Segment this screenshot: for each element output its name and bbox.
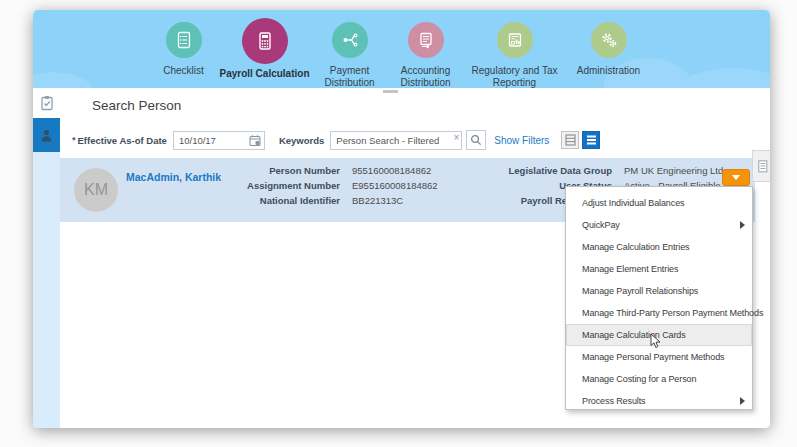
person-icon (39, 128, 54, 143)
nav-label: Regulatory and Tax Reporting (465, 65, 565, 88)
required-marker: * (72, 135, 76, 145)
menu-item-manage-calculation-entries[interactable]: Manage Calculation Entries (566, 236, 752, 258)
menu-item-manage-personal-payment-methods[interactable]: Manage Personal Payment Methods (566, 346, 752, 368)
menu-item-manage-payroll-relationships[interactable]: Manage Payroll Relationships (566, 280, 752, 302)
list-view-toggle[interactable] (582, 131, 600, 149)
side-panel-button[interactable] (752, 150, 770, 182)
accounting-distribution-icon (408, 22, 444, 58)
keywords-wrap: × (330, 130, 462, 150)
field-value: PM UK Engineering Ltd (624, 165, 723, 177)
nav-item-checklist[interactable]: Checklist (151, 20, 217, 77)
menu-item-label: Manage Costing for a Person (582, 374, 696, 384)
field-value: BB221313C (352, 195, 403, 207)
menu-item-process-results[interactable]: Process Results (566, 390, 752, 412)
person-left-fields: Person Number955160008184862 Assignment … (190, 165, 438, 210)
nav-item-accounting-distribution[interactable]: Accounting Distribution (387, 20, 465, 88)
table-view-icon (565, 134, 576, 146)
field-value: E955160008184862 (352, 180, 438, 192)
field-value: 955160008184862 (352, 165, 431, 177)
menu-item-manage-calculation-cards[interactable]: Manage Calculation Cards (566, 324, 752, 346)
regulatory-report-icon (497, 22, 533, 58)
nav-label: Payment Distribution (313, 65, 387, 88)
sidebar-item-person-search[interactable] (33, 118, 60, 152)
field-label: Assignment Number (190, 180, 340, 192)
clear-icon[interactable]: × (453, 132, 459, 143)
app-window: Checklist Payroll Calculation Payment Di… (33, 10, 770, 428)
field-label: Person Number (190, 165, 340, 177)
checklist-icon (166, 22, 202, 58)
search-icon (470, 134, 482, 146)
list-view-icon (586, 134, 597, 146)
menu-item-label: Manage Personal Payment Methods (582, 352, 724, 362)
submenu-arrow-icon (740, 221, 745, 229)
nav-item-payment-distribution[interactable]: Payment Distribution (313, 20, 387, 88)
payroll-nav: Checklist Payroll Calculation Payment Di… (33, 20, 770, 88)
menu-item-label: Adjust Individual Balances (582, 198, 684, 208)
menu-item-manage-element-entries[interactable]: Manage Element Entries (566, 258, 752, 280)
menu-item-quickpay[interactable]: QuickPay (566, 214, 752, 236)
show-filters-link[interactable]: Show Filters (494, 135, 549, 146)
left-sidebar (33, 88, 60, 428)
row-actions-menu: Adjust Individual Balances QuickPay Mana… (565, 186, 753, 410)
row-actions-button[interactable] (722, 169, 750, 186)
effective-date-label: *Effective As-of Date (72, 135, 167, 146)
sidebar-strip (33, 152, 60, 428)
tasks-clipboard-icon (40, 95, 54, 111)
top-header: Checklist Payroll Calculation Payment Di… (33, 10, 770, 88)
search-form: *Effective As-of Date Keywords × Show Fi… (72, 130, 600, 150)
sidebar-item-tasks[interactable] (33, 88, 60, 118)
chevron-down-icon (732, 175, 740, 180)
page-title: Search Person (92, 98, 181, 113)
gears-icon (591, 22, 627, 58)
field-label: National Identifier (190, 195, 340, 207)
menu-item-manage-costing-for-a-person[interactable]: Manage Costing for a Person (566, 368, 752, 390)
menu-item-label: Process Results (582, 396, 646, 406)
menu-item-label: Manage Third-Party Person Payment Method… (582, 308, 763, 318)
calendar-icon[interactable] (249, 133, 262, 151)
nav-label: Payroll Calculation (217, 68, 313, 80)
menu-item-label: Manage Element Entries (582, 264, 678, 274)
keywords-input[interactable] (330, 131, 462, 150)
menu-item-label: Manage Calculation Entries (582, 242, 689, 252)
keywords-label: Keywords (279, 135, 324, 146)
nav-item-administration[interactable]: Administration (565, 20, 653, 77)
menu-item-label: Manage Payroll Relationships (582, 286, 698, 296)
table-view-toggle[interactable] (561, 131, 579, 149)
field-label: Legislative Data Group (492, 165, 612, 177)
nav-label: Checklist (151, 65, 217, 77)
payment-distribution-icon (332, 22, 368, 58)
nav-item-regulatory-tax-reporting[interactable]: Regulatory and Tax Reporting (465, 20, 565, 88)
nav-item-payroll-calculation[interactable]: Payroll Calculation (217, 20, 313, 80)
menu-item-label: Manage Calculation Cards (582, 330, 686, 340)
menu-item-label: QuickPay (582, 220, 620, 230)
mouse-cursor-icon (650, 334, 661, 349)
calculator-icon (242, 18, 288, 64)
search-button[interactable] (466, 130, 486, 150)
avatar: KM (74, 168, 118, 212)
nav-label: Accounting Distribution (387, 65, 465, 88)
submenu-arrow-icon (740, 397, 745, 405)
menu-item-manage-third-party-person-payment-methods[interactable]: Manage Third-Party Person Payment Method… (566, 302, 752, 324)
nav-label: Administration (565, 65, 653, 77)
panel-grid-icon (758, 160, 768, 173)
header-collapse-handle[interactable] (383, 90, 398, 93)
effective-date-wrap (173, 130, 265, 150)
menu-item-adjust-individual-balances[interactable]: Adjust Individual Balances (566, 192, 752, 214)
